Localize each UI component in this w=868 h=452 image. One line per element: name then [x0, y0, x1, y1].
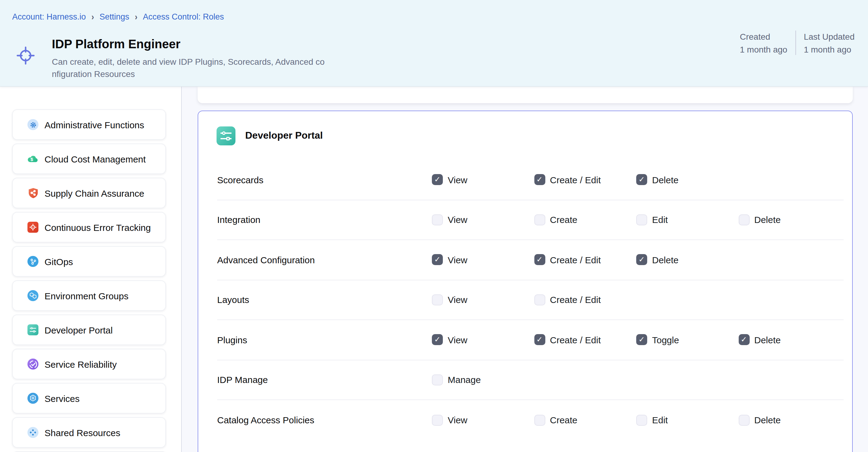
breadcrumb-settings-link[interactable]: Settings	[99, 12, 129, 21]
gear-icon	[27, 119, 38, 130]
previous-resource-card-partial	[198, 86, 853, 103]
resource-label: Catalog Access Policies	[217, 415, 432, 425]
chevron-right-icon: ›	[135, 11, 137, 22]
checkbox-create[interactable]: Create	[534, 415, 636, 426]
target-square-icon	[27, 222, 38, 233]
shield-share-icon	[27, 188, 38, 199]
checkbox-edit[interactable]: Edit	[636, 215, 738, 225]
checkbox-delete[interactable]: Delete	[738, 215, 841, 225]
permission-label: View	[448, 415, 468, 425]
permission-label: Create / Edit	[550, 295, 601, 305]
sidebar-item-label: Cloud Cost Management	[44, 153, 146, 164]
sidebar-item-label: Administrative Functions	[44, 119, 144, 130]
checkbox-view[interactable]: View	[432, 415, 534, 426]
sidebar-item-cloud-cost-management[interactable]: $ Cloud Cost Management	[12, 144, 166, 174]
git-branch-icon	[27, 256, 38, 267]
sidebar-item-supply-chain-assurance[interactable]: Supply Chain Assurance	[12, 178, 166, 208]
checkbox-icon[interactable]: ✓	[432, 334, 443, 345]
checkbox-icon[interactable]	[636, 215, 647, 225]
sidebar-item-continuous-error-tracking[interactable]: Continuous Error Tracking	[12, 212, 166, 243]
checkbox-icon[interactable]	[534, 415, 545, 426]
checkbox-icon[interactable]: ✓	[432, 254, 443, 265]
checkbox-toggle[interactable]: ✓ Toggle	[636, 334, 738, 345]
sidebar-item-services[interactable]: Services	[12, 383, 166, 414]
checkbox-view[interactable]: ✓ View	[432, 254, 534, 265]
permission-label: View	[448, 295, 468, 305]
resource-label: Advanced Configuration	[217, 255, 432, 265]
role-crosshair-icon	[15, 45, 36, 68]
row-layouts: Layouts View Create / Edit	[217, 280, 844, 320]
checkbox-icon[interactable]	[738, 215, 749, 225]
checkbox-view[interactable]: View	[432, 294, 534, 305]
row-catalog-access-policies: Catalog Access Policies View Create Edit	[217, 400, 844, 440]
row-advanced-configuration: Advanced Configuration ✓ View ✓ Create /…	[217, 240, 844, 280]
checkbox-view[interactable]: ✓ View	[432, 174, 534, 186]
permission-label: Create / Edit	[550, 335, 601, 345]
last-updated-value: 1 month ago	[804, 44, 855, 56]
checkbox-icon[interactable]: ✓	[432, 174, 443, 186]
checkbox-icon[interactable]	[534, 294, 545, 305]
permission-label: View	[448, 335, 468, 345]
sidebar-item-administrative-functions[interactable]: Administrative Functions	[12, 109, 166, 140]
checkbox-icon[interactable]	[432, 294, 443, 305]
checkbox-icon[interactable]: ✓	[636, 174, 647, 186]
created-block: Created 1 month ago	[740, 31, 787, 56]
checkbox-create-edit[interactable]: ✓ Create / Edit	[534, 254, 636, 265]
checkbox-icon[interactable]	[636, 415, 647, 426]
last-updated-label: Last Updated	[804, 31, 855, 43]
checkbox-manage[interactable]: Manage	[432, 374, 534, 386]
sidebar-item-label: Environment Groups	[44, 290, 128, 301]
resource-label: IDP Manage	[217, 375, 432, 385]
sidebar-item-label: Services	[44, 393, 80, 403]
created-value: 1 month ago	[740, 44, 787, 56]
checkbox-icon[interactable]: ✓	[636, 334, 647, 345]
permission-label: View	[448, 255, 468, 265]
permission-label: View	[448, 175, 468, 185]
sidebar-item-developer-portal[interactable]: Developer Portal	[12, 315, 166, 345]
permission-label: Delete	[754, 415, 781, 425]
page: Account: Harness.io › Settings › Access …	[0, 0, 868, 452]
sidebar-item-service-reliability[interactable]: Service Reliability	[12, 349, 166, 379]
role-meta: Created 1 month ago Last Updated 1 month…	[740, 31, 855, 56]
checkbox-create-edit[interactable]: Create / Edit	[534, 294, 636, 305]
svg-text:$: $	[31, 157, 33, 162]
checkbox-create[interactable]: Create	[534, 215, 636, 225]
checkbox-delete[interactable]: ✓ Delete	[636, 174, 738, 186]
checkbox-icon[interactable]	[432, 415, 443, 426]
checkbox-view[interactable]: View	[432, 215, 534, 225]
checkbox-create-edit[interactable]: ✓ Create / Edit	[534, 174, 636, 186]
content-area: Administrative Functions $ Cloud Cost Ma…	[0, 86, 868, 452]
checkbox-delete[interactable]: ✓ Delete	[636, 254, 738, 265]
sidebar-item-shared-resources[interactable]: Shared Resources	[12, 417, 166, 448]
checkbox-create-edit[interactable]: ✓ Create / Edit	[534, 334, 636, 345]
checkbox-icon[interactable]	[534, 215, 545, 225]
created-label: Created	[740, 31, 787, 43]
row-integration: Integration View Create Edit	[217, 200, 844, 240]
checkbox-icon[interactable]: ✓	[534, 334, 545, 345]
permission-label: Delete	[754, 215, 781, 225]
checkbox-edit[interactable]: Edit	[636, 415, 738, 426]
checkbox-delete[interactable]: Delete	[738, 415, 841, 426]
role-description-line1: Can create, edit, delete and view IDP Pl…	[52, 56, 324, 68]
checkbox-icon[interactable]: ✓	[534, 174, 545, 186]
checkbox-view[interactable]: ✓ View	[432, 334, 534, 345]
permission-label: Manage	[448, 375, 480, 385]
breadcrumb-roles-link[interactable]: Access Control: Roles	[143, 12, 224, 21]
sidebar-item-environment-groups[interactable]: Environment Groups	[12, 280, 166, 311]
checkbox-icon[interactable]: ✓	[636, 254, 647, 265]
breadcrumb-account-link[interactable]: Account: Harness.io	[12, 12, 86, 21]
developer-portal-permissions-card: Developer Portal Scorecards ✓ View ✓ Cre…	[198, 111, 853, 452]
sidebar-item-gitops[interactable]: GitOps	[12, 246, 166, 277]
checkbox-icon[interactable]	[432, 374, 443, 386]
checkbox-icon[interactable]: ✓	[738, 334, 749, 345]
role-description-line2: nfiguration Resources	[52, 68, 324, 80]
checkbox-icon[interactable]	[738, 415, 749, 426]
checkbox-icon[interactable]	[432, 215, 443, 225]
resource-label: Scorecards	[217, 175, 432, 185]
checkbox-delete[interactable]: ✓ Delete	[738, 334, 841, 345]
sidebar-item-label: Developer Portal	[44, 324, 113, 335]
hexagons-icon	[27, 290, 38, 301]
breadcrumb: Account: Harness.io › Settings › Access …	[12, 12, 224, 21]
checkbox-icon[interactable]: ✓	[534, 254, 545, 265]
resource-category-sidebar: Administrative Functions $ Cloud Cost Ma…	[0, 86, 182, 452]
